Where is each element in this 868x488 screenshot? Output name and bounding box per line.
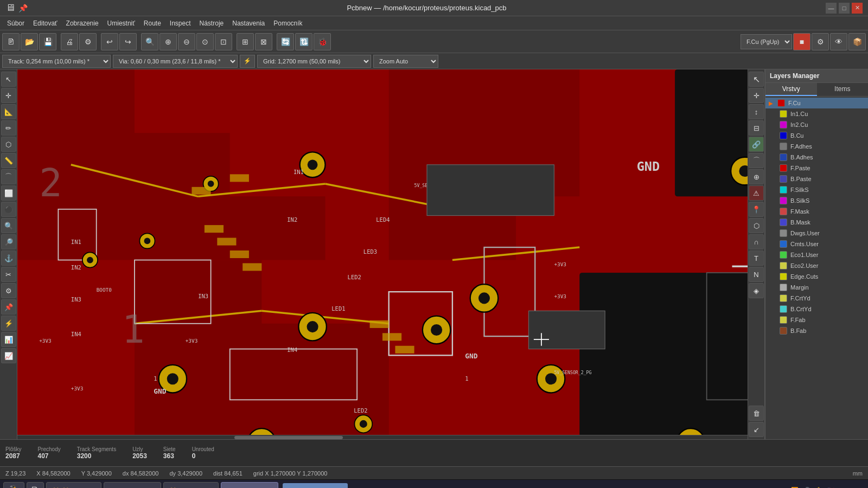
menu-editovat[interactable]: Editovať	[29, 18, 62, 28]
place-via-tool[interactable]: ⬡	[1, 137, 16, 152]
select-arrow-btn[interactable]: ↖	[749, 72, 764, 87]
delete-tool[interactable]: ✂	[1, 267, 16, 282]
layer-item-f-cu[interactable]: ▶F.Cu	[765, 98, 868, 108]
via-select[interactable]: Via: 0,60 / 0,30 mm (23,6 / 11,8 mils) *	[113, 55, 238, 68]
3d-view-btn[interactable]: 📦	[848, 33, 866, 50]
print-btn[interactable]: 🖨	[61, 33, 78, 50]
settings2-btn[interactable]: ↙	[749, 422, 764, 437]
flip-btn[interactable]: ⊟	[749, 120, 764, 136]
update-btn[interactable]: 🔄	[277, 33, 294, 50]
pcb-canvas[interactable]: IN1 IN2 IN1 IN2 IN3 IN3 IN4 IN4 LED4 LED…	[17, 69, 748, 439]
ref-btn[interactable]: N	[749, 267, 764, 282]
zoom-in-btn[interactable]: ⊕	[159, 33, 177, 50]
zoom-sel-btn[interactable]: ⊡	[215, 33, 232, 50]
pin-tool[interactable]: 📌	[1, 299, 16, 314]
menu-nastavenia[interactable]: Nastavenia	[228, 18, 269, 28]
3d-btn[interactable]: ◈	[749, 283, 764, 298]
text-btn[interactable]: T	[749, 251, 764, 266]
menu-route[interactable]: Route	[139, 18, 165, 28]
pcbnew-taskbar-btn[interactable]: 🖥 Pcbnew — /...	[221, 482, 278, 489]
menu-pomocnik[interactable]: Pomocník	[269, 18, 307, 28]
route-track-tool[interactable]: ✛	[1, 88, 16, 103]
highlight-btn[interactable]: ⊞	[237, 33, 254, 50]
interactive-router-btn[interactable]: ⚡	[240, 55, 255, 68]
zoom-out-btn[interactable]: ⊖	[178, 33, 195, 50]
zone-btn[interactable]: ⬡	[749, 218, 764, 233]
inspector-btn[interactable]: 📊	[1, 332, 16, 347]
browser-btn[interactable]: 🦊 [info] Prote...	[163, 482, 219, 489]
layer-item-b-silks[interactable]: B.SilkS	[765, 195, 868, 206]
os-logo-btn[interactable]: 🐧	[3, 482, 24, 489]
netinspect-btn[interactable]: ⊠	[255, 33, 272, 50]
menu-inspect[interactable]: Inspect	[165, 18, 195, 28]
layer-item-f-mask[interactable]: F.Mask	[765, 206, 868, 217]
layer-item-b-fab[interactable]: B.Fab	[765, 325, 868, 336]
layer-item-f-crtyd[interactable]: F.CrtYd	[765, 293, 868, 304]
new-btn[interactable]: 🖹	[2, 33, 20, 50]
route-btn[interactable]: 🔗	[749, 137, 764, 152]
settings-btn[interactable]: ⚙	[79, 33, 97, 50]
grid-select[interactable]: Grid: 1,2700 mm (50,00 mils)	[257, 55, 371, 68]
layer-item-f-paste[interactable]: F.Paste	[765, 163, 868, 174]
drc2-btn[interactable]: ⚠	[749, 185, 764, 201]
layer-item-f-fab[interactable]: F.Fab	[765, 314, 868, 325]
layer-item-b-crtyd[interactable]: B.CrtYd	[765, 304, 868, 314]
layer-item-dwgs-user[interactable]: Dwgs.User	[765, 228, 868, 239]
layer-item-b-cu[interactable]: B.Cu	[765, 130, 868, 141]
layer-color-btn[interactable]: ■	[793, 33, 810, 50]
measure-tool[interactable]: 📏	[1, 153, 16, 168]
layer-view-btn[interactable]: 👁	[830, 33, 847, 50]
trash-btn[interactable]: 🗑	[749, 406, 764, 421]
open-btn[interactable]: 📂	[21, 33, 38, 50]
email-btn[interactable]: 📨 Doručená p...	[104, 482, 161, 489]
menu-subor[interactable]: Súbor	[3, 18, 29, 28]
menu-nastroje[interactable]: Nástroje	[195, 18, 228, 28]
layer-item-f-adhes[interactable]: F.Adhes	[765, 141, 868, 152]
layer-select[interactable]: F.Cu (PgUp)	[741, 34, 792, 49]
redo-btn[interactable]: ↪	[119, 33, 137, 50]
grid-btn[interactable]: ⚙	[1, 283, 16, 298]
layer-item-b-adhes[interactable]: B.Adhes	[765, 152, 868, 163]
menu-zobrazenie[interactable]: Zobrazenie	[62, 18, 103, 28]
layer-item-f-silks[interactable]: F.SilkS	[765, 184, 868, 195]
maximize-button[interactable]: □	[839, 3, 850, 14]
curve-btn[interactable]: ⌒	[749, 153, 764, 168]
layer-item-edge-cuts[interactable]: Edge.Cuts	[765, 271, 868, 282]
step-btn[interactable]: ↕	[749, 104, 764, 119]
layer-item-eco1-user[interactable]: Eco1.User	[765, 249, 868, 260]
layer-item-b-mask[interactable]: B.Mask	[765, 217, 868, 228]
layer-item-eco2-user[interactable]: Eco2.User	[765, 260, 868, 271]
pin-icon[interactable]: 📌	[18, 4, 28, 12]
minimize-button[interactable]: —	[826, 3, 837, 14]
select-tool[interactable]: ↖	[1, 72, 16, 87]
layer-item-cmts-user[interactable]: Cmts.User	[765, 239, 868, 249]
layer-item-margin[interactable]: Margin	[765, 282, 868, 293]
arc-tool[interactable]: ⌒	[1, 169, 16, 184]
zoomout-btn[interactable]: 🔎	[1, 234, 16, 249]
layer-settings-btn[interactable]: ⚙	[812, 33, 829, 50]
save-btn[interactable]: 💾	[39, 33, 56, 50]
search-btn[interactable]: 🔍	[141, 33, 158, 50]
tab-vrstvy[interactable]: Vrstvy	[765, 83, 817, 96]
place-component-tool[interactable]: 📐	[1, 104, 16, 119]
layer-item-b-paste[interactable]: B.Paste	[765, 174, 868, 184]
zoom-select[interactable]: Zoom Auto	[373, 55, 438, 68]
place-btn[interactable]: ⊕	[749, 169, 764, 184]
highlight-net-btn[interactable]: ⚡	[1, 316, 16, 331]
anchor-tool[interactable]: ⚓	[1, 251, 16, 266]
scripts-btn[interactable]: 🔃	[295, 33, 312, 50]
krusader-btn[interactable]: 🦊 🦊 Krusader	[46, 482, 101, 489]
close-button[interactable]: ✕	[852, 3, 863, 14]
undo-btn[interactable]: ↩	[101, 33, 118, 50]
menu-umiestnit[interactable]: Umiestniť	[103, 18, 139, 28]
zoom-fit-btn[interactable]: ⊙	[196, 33, 214, 50]
pcb-view[interactable]: IN1 IN2 IN1 IN2 IN3 IN3 IN4 IN4 LED4 LED…	[17, 69, 748, 439]
debug-btn[interactable]: 🐞	[314, 33, 331, 50]
cross-btn[interactable]: ✛	[749, 88, 764, 103]
track-select[interactable]: Track: 0,254 mm (10,00 mils) *	[2, 55, 111, 68]
layer-item-in1-cu[interactable]: In1.Cu	[765, 108, 868, 119]
rect-tool[interactable]: ⬜	[1, 185, 16, 201]
drc-btn[interactable]: 📈	[1, 348, 16, 363]
layer-item-in2-cu[interactable]: In2.Cu	[765, 119, 868, 130]
zoom-btn[interactable]: 🔍	[1, 218, 16, 233]
